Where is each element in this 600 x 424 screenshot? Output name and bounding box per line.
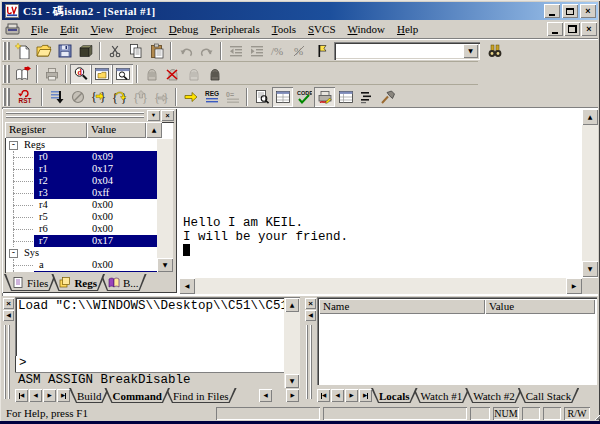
- start-stop-debug-button[interactable]: d: [70, 64, 91, 84]
- command-scroll-up-icon[interactable]: ▲: [285, 298, 299, 312]
- tab-watch2[interactable]: Watch #2: [465, 388, 523, 403]
- register-scroll-up-icon[interactable]: ▲: [146, 122, 162, 138]
- prev-tab-icon[interactable]: ◀: [331, 389, 344, 402]
- tab-locals[interactable]: Locals: [371, 388, 418, 403]
- register-scrollbar-track[interactable]: ▼: [157, 139, 173, 272]
- print-button[interactable]: [41, 64, 62, 84]
- register-row[interactable]: r10x17: [6, 163, 157, 175]
- first-tab-icon[interactable]: ◀: [15, 389, 28, 402]
- pane-grip[interactable]: [6, 112, 144, 120]
- tab-command[interactable]: Command: [104, 388, 170, 403]
- memory-window-button[interactable]: [335, 87, 356, 107]
- tab-regs[interactable]: Regs: [51, 274, 105, 291]
- tabbar-scroll-left-icon[interactable]: ◀: [259, 389, 272, 402]
- command-output-area[interactable]: Load "C:\\WINDOWS\\Desktop\\C51\\C51: [15, 297, 300, 356]
- load-application-button[interactable]: [12, 64, 33, 84]
- mdi-close-button[interactable]: ×: [581, 22, 597, 36]
- menu-tools[interactable]: Tools: [266, 21, 302, 38]
- show-next-statement-button[interactable]: [180, 87, 201, 107]
- command-scroll-down-icon[interactable]: ▼: [285, 374, 299, 388]
- open-file-button[interactable]: [33, 41, 54, 61]
- uncomment-button[interactable]: %: [288, 41, 309, 61]
- menu-debug[interactable]: Debug: [163, 21, 204, 38]
- reset-cpu-button[interactable]: RST: [12, 87, 38, 107]
- prev-tab-icon[interactable]: ◀: [29, 389, 42, 402]
- stack-window-button[interactable]: 0=: [222, 87, 243, 107]
- toolbar-grip[interactable]: [3, 65, 10, 83]
- register-row[interactable]: r40x00: [6, 199, 157, 211]
- tab-books[interactable]: B...: [100, 274, 147, 291]
- disable-all-breakpoints-button[interactable]: [204, 64, 225, 84]
- menu-view[interactable]: View: [84, 21, 119, 38]
- find-combo[interactable]: ▼: [334, 42, 480, 60]
- undo-button[interactable]: [175, 41, 196, 61]
- watch-undock-icon[interactable]: ◀: [305, 310, 316, 321]
- halt-button[interactable]: [67, 87, 88, 107]
- menu-project[interactable]: Project: [120, 21, 163, 38]
- watch-grip[interactable]: [306, 325, 313, 399]
- tabbar-scroll-right-icon[interactable]: ▶: [286, 389, 299, 402]
- save-file-button[interactable]: [54, 41, 75, 61]
- scroll-right-icon[interactable]: ▶: [566, 278, 582, 294]
- tab-find-in-files[interactable]: Find in Files: [165, 388, 237, 403]
- watch-close-icon[interactable]: ×: [305, 298, 316, 309]
- mdi-restore-button[interactable]: [564, 22, 580, 36]
- tree-collapse-icon[interactable]: -: [9, 141, 18, 150]
- register-window-button[interactable]: REG: [201, 87, 222, 107]
- next-tab-icon[interactable]: ▶: [345, 389, 358, 402]
- command-input-line[interactable]: >: [15, 356, 284, 372]
- insert-breakpoint-button[interactable]: [141, 64, 162, 84]
- combo-dropdown-icon[interactable]: ▼: [463, 44, 478, 58]
- register-row[interactable]: r00x09: [6, 151, 157, 163]
- tab-call-stack[interactable]: Call Stack: [518, 388, 580, 403]
- register-row[interactable]: r30xff: [6, 187, 157, 199]
- new-file-button[interactable]: [12, 41, 33, 61]
- tab-build[interactable]: Build: [69, 388, 109, 403]
- minimize-button[interactable]: [544, 4, 560, 18]
- maximize-button[interactable]: [562, 4, 578, 18]
- watch-list[interactable]: Name Value: [317, 297, 597, 385]
- toolbar-grip[interactable]: [3, 88, 10, 106]
- register-row[interactable]: r50x00: [6, 211, 157, 223]
- register-group-row[interactable]: - Sys: [6, 247, 157, 259]
- step-over-button[interactable]: { }: [109, 87, 130, 107]
- register-row-partial[interactable]: [6, 271, 157, 272]
- menu-help[interactable]: Help: [391, 21, 424, 38]
- find-in-files-button[interactable]: [484, 41, 505, 61]
- comment-button[interactable]: /%: [267, 41, 288, 61]
- register-scroll-down-icon[interactable]: ▼: [157, 258, 173, 272]
- menu-svcs[interactable]: SVCS: [302, 21, 342, 38]
- scroll-down-icon[interactable]: ▼: [582, 261, 598, 277]
- run-to-cursor-button[interactable]: { }: [151, 87, 172, 107]
- menu-peripherals[interactable]: Peripherals: [204, 21, 266, 38]
- run-button[interactable]: [46, 87, 67, 107]
- bookmark-toggle-button[interactable]: [309, 41, 330, 61]
- command-grip[interactable]: [4, 325, 11, 399]
- find-in-files-window-button[interactable]: [112, 64, 133, 84]
- scroll-left-icon[interactable]: ◀: [179, 278, 195, 294]
- mdi-minimize-button[interactable]: [547, 22, 563, 36]
- serial-horizontal-scrollbar[interactable]: ◀ ▶: [179, 278, 582, 294]
- close-button[interactable]: ×: [580, 4, 596, 18]
- next-tab-icon[interactable]: ▶: [43, 389, 56, 402]
- paste-button[interactable]: [146, 41, 167, 61]
- command-close-icon[interactable]: ×: [3, 298, 14, 309]
- pane-collapse-icon[interactable]: ▼: [147, 110, 160, 121]
- scroll-up-icon[interactable]: ▲: [582, 109, 598, 125]
- device-database-button[interactable]: [75, 41, 96, 61]
- resize-grip[interactable]: [593, 407, 600, 420]
- call-stack-window-button[interactable]: [356, 87, 377, 107]
- cut-button[interactable]: [104, 41, 125, 61]
- register-pane-gripbar[interactable]: ▼ ×: [3, 110, 176, 122]
- register-row[interactable]: r60x00: [6, 223, 157, 235]
- indent-button[interactable]: [246, 41, 267, 61]
- title-bar[interactable]: C51 - 碼ision2 - [Serial #1] ×: [2, 2, 598, 20]
- step-out-button[interactable]: { }: [130, 87, 151, 107]
- unindent-button[interactable]: [225, 41, 246, 61]
- code-coverage-button[interactable]: CODE: [293, 87, 314, 107]
- menu-window[interactable]: Window: [342, 21, 391, 38]
- kill-all-breakpoints-button[interactable]: [162, 64, 183, 84]
- tab-watch1[interactable]: Watch #1: [413, 388, 471, 403]
- tab-files[interactable]: Files: [4, 274, 56, 291]
- menu-edit[interactable]: Edit: [54, 21, 84, 38]
